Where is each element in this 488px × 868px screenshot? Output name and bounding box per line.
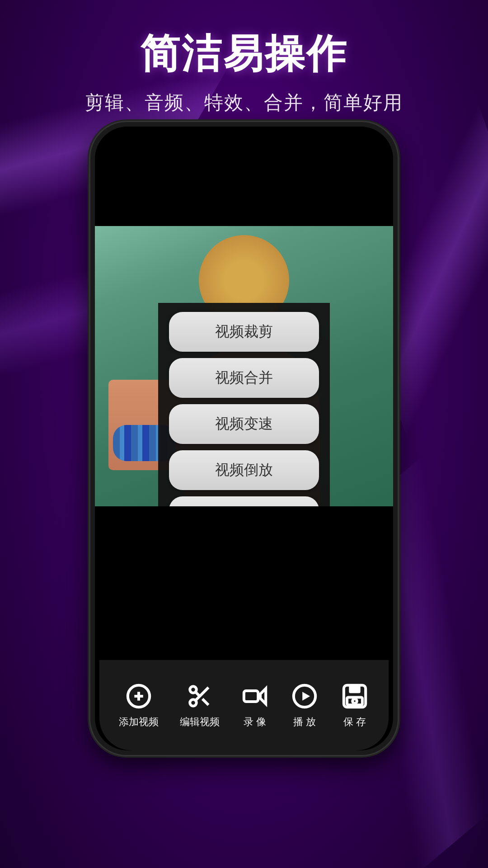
btn-merge[interactable]: 视频合并 <box>169 358 319 398</box>
svg-point-15 <box>352 699 357 703</box>
plus-circle-svg <box>126 683 152 709</box>
nav-edit-video-label: 编辑视频 <box>180 715 220 729</box>
svg-line-6 <box>202 699 208 705</box>
btn-crop[interactable]: 视频裁剪 <box>169 312 319 352</box>
scissors-icon <box>185 682 214 711</box>
svg-rect-13 <box>349 685 360 693</box>
play-circle-svg <box>291 683 318 709</box>
svg-rect-8 <box>244 691 258 702</box>
video-preview: 视频裁剪 视频合并 视频变速 视频倒放 添加背景音乐 分离音视频 返回 <box>95 226 393 506</box>
svg-marker-11 <box>303 692 310 700</box>
phone-outer: 视频裁剪 视频合并 视频变速 视频倒放 添加背景音乐 分离音视频 返回 <box>90 122 398 755</box>
save-svg <box>342 683 368 709</box>
svg-marker-9 <box>260 689 266 704</box>
nav-edit-video[interactable]: 编辑视频 <box>180 682 220 729</box>
nav-save[interactable]: 保 存 <box>340 682 369 729</box>
nav-play[interactable]: 播 放 <box>290 682 319 729</box>
plus-circle-icon <box>124 682 153 711</box>
btn-reverse[interactable]: 视频倒放 <box>169 450 319 490</box>
nav-record-label: 录 像 <box>244 715 266 729</box>
nav-save-label: 保 存 <box>343 715 366 729</box>
main-title: 简洁易操作 <box>0 27 488 81</box>
btn-speed[interactable]: 视频变速 <box>169 404 319 444</box>
header: 简洁易操作 剪辑、音频、特效、合并，简单好用 <box>0 27 488 115</box>
video-camera-svg <box>242 683 268 709</box>
save-icon <box>340 682 369 711</box>
menu-overlay: 视频裁剪 视频合并 视频变速 视频倒放 添加背景音乐 分离音视频 返回 <box>158 303 330 506</box>
svg-point-3 <box>190 686 197 693</box>
nav-add-video-label: 添加视频 <box>119 715 159 729</box>
btn-music[interactable]: 添加背景音乐 <box>169 496 319 506</box>
nav-play-label: 播 放 <box>293 715 316 729</box>
screen-top-bar <box>95 127 393 226</box>
play-circle-icon <box>290 682 319 711</box>
bottom-nav: 添加视频 编辑视频 <box>99 660 389 750</box>
video-camera-icon <box>240 682 269 711</box>
scissors-svg <box>187 683 213 709</box>
sub-title: 剪辑、音频、特效、合并，简单好用 <box>0 90 488 115</box>
nav-add-video[interactable]: 添加视频 <box>119 682 159 729</box>
phone-mockup: 视频裁剪 视频合并 视频变速 视频倒放 添加背景音乐 分离音视频 返回 <box>90 122 398 755</box>
phone-screen: 视频裁剪 视频合并 视频变速 视频倒放 添加背景音乐 分离音视频 返回 <box>95 127 393 750</box>
nav-record[interactable]: 录 像 <box>240 682 269 729</box>
svg-line-7 <box>195 692 199 696</box>
svg-point-4 <box>190 699 197 706</box>
